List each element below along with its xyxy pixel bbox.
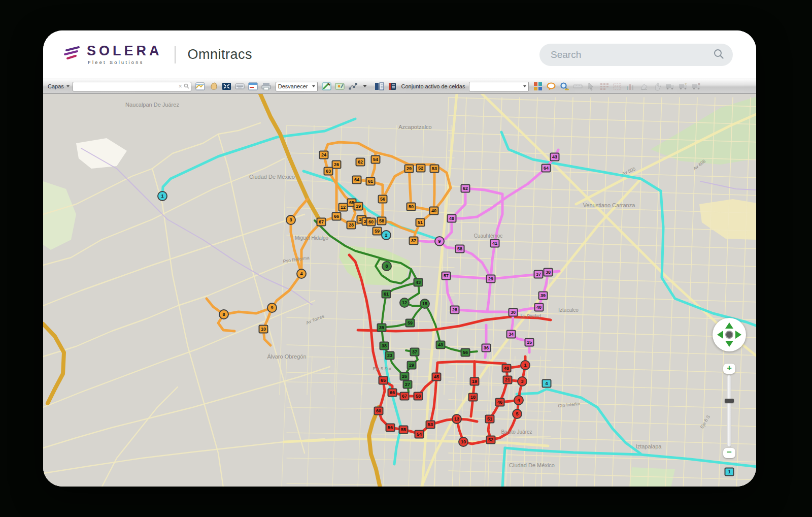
- route-marker-red-54[interactable]: 54: [415, 431, 424, 438]
- route-marker-orange-3[interactable]: 3: [286, 215, 295, 224]
- route-marker-green-23[interactable]: 23: [386, 352, 394, 360]
- route-marker-orange-9[interactable]: 9: [267, 303, 277, 312]
- layers-filter-input[interactable]: [75, 82, 179, 90]
- route-marker-red-21[interactable]: 21: [503, 376, 512, 384]
- route-marker-red-52[interactable]: 52: [487, 436, 495, 444]
- pan-left-button[interactable]: [717, 331, 723, 339]
- route-marker-orange-51[interactable]: 51: [416, 219, 425, 227]
- route-marker-orange-50[interactable]: 50: [407, 203, 416, 211]
- route-marker-cyan-2[interactable]: 2: [382, 231, 391, 240]
- route-marker-pink-29[interactable]: 29: [487, 275, 495, 283]
- stats-icon[interactable]: [624, 81, 636, 92]
- address-book-icon[interactable]: [387, 81, 399, 92]
- zoom-out-button[interactable]: −: [723, 448, 735, 458]
- route-marker-orange-24[interactable]: 24: [320, 151, 328, 159]
- route-marker-pink-37[interactable]: 37: [534, 271, 543, 278]
- route-marker-orange-8[interactable]: 8: [219, 310, 228, 319]
- route-marker-red-45[interactable]: 45: [432, 373, 441, 381]
- truck-c-icon[interactable]: [690, 81, 702, 92]
- route-marker-orange-60[interactable]: 60: [367, 218, 376, 226]
- print-icon[interactable]: [260, 81, 273, 92]
- zoom-in-button[interactable]: +: [723, 364, 735, 374]
- measure-icon[interactable]: [571, 81, 584, 92]
- active-cells-select[interactable]: [469, 82, 529, 91]
- route-marker-orange-4[interactable]: 4: [297, 269, 306, 278]
- route-marker-red-48[interactable]: 48: [502, 365, 511, 372]
- route-marker-red-10[interactable]: 10: [459, 437, 468, 446]
- route-marker-green-29[interactable]: 29: [408, 362, 416, 369]
- route-marker-orange-59[interactable]: 59: [373, 228, 382, 235]
- route-marker-red-19[interactable]: 19: [470, 378, 479, 385]
- route-marker-green-27[interactable]: 27: [403, 381, 412, 389]
- mini-search-icon[interactable]: [184, 83, 189, 90]
- route-marker-pink-58[interactable]: 58: [456, 245, 464, 253]
- keyboard-icon[interactable]: [234, 81, 246, 92]
- pointer-hand-icon[interactable]: [651, 81, 663, 92]
- route-marker-orange-53[interactable]: 53: [430, 165, 439, 173]
- edit-marker-icon[interactable]: [334, 81, 346, 92]
- fit-extent-icon[interactable]: [221, 81, 233, 92]
- route-marker-red-66[interactable]: 66: [388, 389, 397, 397]
- global-search-input[interactable]: [550, 49, 713, 61]
- route-marker-red-56[interactable]: 56: [386, 424, 395, 432]
- pan-center-button[interactable]: [725, 331, 733, 339]
- route-marker-pink-48[interactable]: 48: [448, 215, 456, 222]
- route-marker-green-26[interactable]: 26: [400, 373, 409, 380]
- route-marker-green-59[interactable]: 59: [406, 319, 415, 327]
- route-marker-red-13[interactable]: 13: [452, 414, 461, 424]
- caret-down-icon[interactable]: [360, 81, 373, 92]
- route-marker-orange-61[interactable]: 61: [366, 178, 375, 185]
- route-marker-orange-26[interactable]: 26: [332, 161, 341, 169]
- route-marker-pink-43[interactable]: 43: [551, 153, 559, 161]
- route-marker-green-39[interactable]: 39: [378, 324, 386, 332]
- route-marker-pink-34[interactable]: 34: [507, 331, 516, 338]
- route-marker-pink-28[interactable]: 28: [451, 306, 459, 314]
- pan-right-button[interactable]: [735, 331, 741, 339]
- route-marker-green-37[interactable]: 37: [411, 348, 419, 356]
- panel-layout-icon[interactable]: [247, 81, 259, 92]
- route-marker-orange-37[interactable]: 37: [410, 237, 418, 245]
- route-marker-pink-36[interactable]: 36: [482, 344, 491, 352]
- map-svg[interactable]: Naucalpan De JuárezAzcapotzalcoCiudad De…: [43, 94, 756, 487]
- route-marker-orange-12[interactable]: 12: [339, 204, 348, 211]
- route-marker-orange-67[interactable]: 67: [317, 218, 326, 226]
- route-marker-red-51[interactable]: 51: [486, 415, 494, 423]
- route-marker-red-65[interactable]: 65: [379, 377, 388, 384]
- route-marker-orange-40[interactable]: 40: [430, 207, 438, 215]
- grid-red-b-icon[interactable]: [611, 81, 623, 92]
- route-marker-green-61[interactable]: 61: [382, 290, 391, 298]
- route-marker-pink-41[interactable]: 41: [491, 240, 499, 247]
- route-marker-red-5[interactable]: 5: [513, 409, 522, 418]
- route-marker-orange-58[interactable]: 58: [378, 217, 386, 225]
- route-marker-red-60[interactable]: 60: [375, 407, 383, 415]
- route-marker-pink-62[interactable]: 62: [461, 185, 470, 192]
- fade-select[interactable]: Desvanecer: [276, 82, 318, 91]
- zoom-track[interactable]: [727, 375, 731, 447]
- comment-bubble-icon[interactable]: [545, 81, 557, 92]
- select-arrow-icon[interactable]: [585, 81, 597, 92]
- route-marker-orange-54[interactable]: 54: [371, 156, 380, 164]
- pan-hand-icon[interactable]: [208, 81, 220, 92]
- route-marker-red-55[interactable]: 55: [399, 426, 408, 434]
- route-marker-orange-64[interactable]: 64: [353, 176, 361, 184]
- route-marker-orange-28[interactable]: 28: [347, 221, 356, 229]
- search-key-icon[interactable]: [558, 81, 570, 92]
- route-marker-orange-56[interactable]: 56: [379, 196, 387, 203]
- route-marker-pink-64[interactable]: 64: [542, 165, 551, 172]
- map-canvas[interactable]: Naucalpan De JuárezAzcapotzalcoCiudad De…: [43, 94, 756, 487]
- route-marker-cyan-1[interactable]: 1: [725, 468, 734, 476]
- route-marker-cyan-1[interactable]: 1: [158, 191, 167, 201]
- edit-route-icon[interactable]: [321, 81, 333, 92]
- capas-caret-icon[interactable]: [66, 85, 70, 87]
- pan-up-button[interactable]: [725, 322, 733, 329]
- route-marker-orange-10[interactable]: 10: [259, 326, 268, 333]
- route-marker-green-43[interactable]: 43: [414, 279, 423, 286]
- cells-palette-icon[interactable]: [532, 81, 544, 92]
- layers-filter[interactable]: ×: [73, 82, 191, 91]
- route-marker-orange-29[interactable]: 29: [405, 165, 414, 173]
- route-marker-green-12[interactable]: 12: [400, 298, 409, 307]
- route-marker-green-43[interactable]: 43: [436, 341, 445, 349]
- truck-b-icon[interactable]: [677, 81, 689, 92]
- global-search[interactable]: [539, 44, 733, 66]
- clear-icon[interactable]: ×: [179, 83, 182, 89]
